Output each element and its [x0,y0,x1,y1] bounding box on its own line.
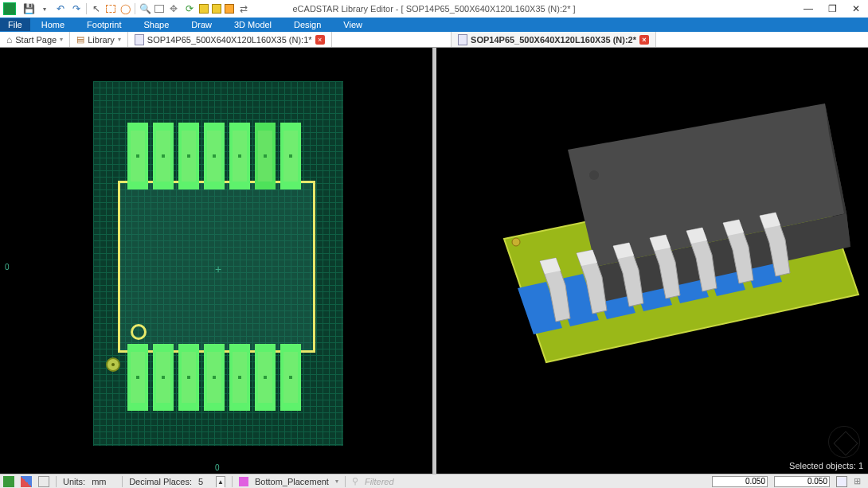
pad-row-top [127,123,301,189]
pad[interactable] [204,344,225,411]
pad[interactable] [280,344,301,411]
pan-icon[interactable]: ✥ [167,2,180,15]
pin1-marker-circle [131,324,147,340]
dropdown-icon[interactable]: ▾ [118,36,121,43]
menu-draw[interactable]: Draw [180,18,223,31]
tab-label: SOP14P65_500X640X120L160X35 (N):1* [147,35,312,45]
window-title: eCADSTAR Library Editor - [ SOP14P65_500… [292,4,575,14]
library-icon: ▤ [76,34,84,45]
svg-point-26 [512,238,520,246]
menu-3dmodel[interactable]: 3D Model [223,18,283,31]
tab-doc2[interactable]: SOP14P65_500X640X120L160X35 (N):2* × [451,32,656,47]
document-icon [135,34,144,45]
menu-file[interactable]: File [0,18,30,31]
separator [135,3,135,14]
rect-select-icon[interactable] [106,5,115,13]
swap-icon[interactable]: ⇄ [237,2,250,15]
pad[interactable] [280,123,301,189]
filtered-label: Filtered [365,477,394,486]
layer-swatch[interactable] [239,477,248,486]
dropdown-icon[interactable]: ▾ [60,36,63,43]
filter-icon[interactable]: ⚲ [352,476,358,486]
status-icon-3[interactable] [38,476,49,487]
units-label: Units: [63,477,85,486]
redo-icon[interactable]: ↷ [70,2,83,15]
status-bar: Units: mm Decimal Places: 5 ▲ Bottom_Pla… [0,474,868,488]
pad[interactable] [229,344,250,411]
pad[interactable] [178,344,199,411]
document-tab-strip: ⌂ Start Page ▾ ▤ Library ▾ SOP14P65_500X… [0,32,868,48]
quick-access-toolbar: 💾 ▾ ↶ ↷ ↖ ◯ 🔍 ✥ ⟳ ⇄ [19,2,253,15]
zoom-fit-icon[interactable] [154,5,164,13]
pad[interactable] [153,344,174,411]
menu-footprint[interactable]: Footprint [76,18,132,31]
pad[interactable] [178,123,199,189]
pad[interactable] [204,123,225,189]
decimals-spinner[interactable]: ▲ [216,476,225,487]
title-bar: 💾 ▾ ↶ ↷ ↖ ◯ 🔍 ✥ ⟳ ⇄ eCADSTAR Library Edi… [0,0,868,18]
separator [86,3,87,14]
active-layer[interactable]: Bottom_Placement [255,477,329,486]
home-icon: ⌂ [6,34,12,45]
document-icon [458,34,467,45]
app-icon [3,2,16,15]
tab-label: Library [88,35,115,45]
close-icon[interactable]: × [315,35,325,45]
save-icon[interactable]: 💾 [22,2,35,15]
menu-bar: File Home Footprint Shape Draw 3D Model … [0,18,868,32]
origin-marker [106,357,120,372]
snap-icon[interactable] [836,476,847,487]
layer-dropdown-icon[interactable]: ▾ [335,478,338,485]
decimals-value[interactable]: 5 [198,477,209,486]
selection-count: Selected objects: 1 [789,461,863,470]
tab-label: SOP14P65_500X640X120L160X35 (N):2* [471,35,636,45]
pad[interactable] [255,123,276,189]
tab-library[interactable]: ▤ Library ▾ [70,32,128,47]
cursor-icon[interactable]: ↖ [90,2,103,15]
coord-x-input[interactable] [712,476,768,487]
status-icon-1[interactable] [3,476,14,487]
layer-yellow2-icon[interactable] [212,4,221,14]
layer-yellow-icon[interactable] [199,4,209,14]
axis-x-zero: 0 [215,463,220,472]
status-icon-2[interactable] [21,476,32,487]
tab-doc1[interactable]: SOP14P65_500X640X120L160X35 (N):1* × [128,32,332,47]
close-window-button[interactable]: ✕ [844,0,868,18]
coord-y-input[interactable] [774,476,830,487]
pad[interactable] [153,123,174,189]
menu-design[interactable]: Design [283,18,332,31]
menu-view[interactable]: View [332,18,373,31]
dropdown-icon[interactable]: ▾ [38,2,51,15]
lock-icon[interactable]: ⊞ [854,476,865,487]
pad[interactable] [127,123,148,189]
layer-cyan-icon[interactable] [225,4,234,14]
view-cube[interactable] [828,426,860,458]
minimize-button[interactable]: — [796,0,820,18]
pad[interactable] [255,344,276,411]
svg-point-11 [589,170,599,180]
undo-icon[interactable]: ↶ [54,2,67,15]
axis-y-zero: 0 [5,263,10,271]
units-value[interactable]: mm [92,477,115,486]
pad[interactable] [229,123,250,189]
menu-shape[interactable]: Shape [133,18,181,31]
footprint-2d-viewport[interactable]: + 0 0 [0,48,432,474]
decimals-label: Decimal Places: [129,477,192,486]
model-3d-viewport[interactable]: Selected objects: 1 [436,48,869,474]
menu-home[interactable]: Home [30,18,76,31]
maximize-button[interactable]: ❐ [820,0,844,18]
lasso-icon[interactable]: ◯ [119,2,131,15]
close-icon[interactable]: × [639,35,649,45]
tab-label: Start Page [15,35,57,45]
refresh-icon[interactable]: ⟳ [183,2,196,15]
main-workspace: + 0 0 [0,48,868,474]
tab-start-page[interactable]: ⌂ Start Page ▾ [0,32,70,47]
center-cross: + [215,263,221,275]
zoom-area-icon[interactable]: 🔍 [139,2,151,15]
pad-row-bottom [127,344,301,411]
pad[interactable] [127,344,148,411]
